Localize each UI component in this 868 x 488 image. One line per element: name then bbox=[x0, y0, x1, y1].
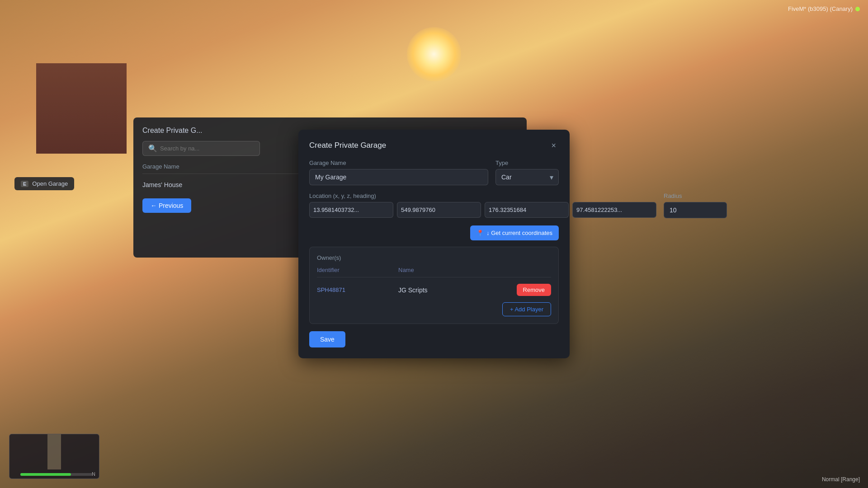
loc-x-input[interactable] bbox=[309, 202, 393, 218]
bg-search-input[interactable] bbox=[160, 145, 254, 152]
sun-glow bbox=[407, 27, 461, 81]
loc-z-input[interactable] bbox=[485, 202, 569, 218]
type-group: Type Car Boat Helicopter Plane bbox=[495, 160, 559, 185]
owners-section: Owner(s) Identifier Name SPH48871 JG Scr… bbox=[309, 247, 559, 324]
garage-name-label: Garage Name bbox=[309, 160, 488, 166]
get-coords-label: ↓ Get current coordinates bbox=[486, 230, 552, 236]
get-coords-row: 📍 ↓ Get current coordinates bbox=[309, 221, 559, 240]
type-select[interactable]: Car Boat Helicopter Plane bbox=[495, 169, 559, 185]
save-button[interactable]: Save bbox=[309, 331, 345, 347]
key-badge-e: E bbox=[21, 181, 28, 187]
garage-name-input[interactable] bbox=[309, 169, 488, 185]
bg-search-bar[interactable]: 🔍 bbox=[142, 141, 260, 156]
type-select-wrapper: Car Boat Helicopter Plane bbox=[495, 169, 559, 185]
version-text: FiveM* (b3095) (Canary) bbox=[788, 5, 853, 12]
modal-header: Create Private Garage × bbox=[309, 141, 559, 150]
type-label: Type bbox=[495, 160, 559, 166]
create-private-garage-modal: Create Private Garage × Garage Name Type… bbox=[298, 130, 570, 358]
name-type-row: Garage Name Type Car Boat Helicopter Pla… bbox=[309, 160, 559, 185]
online-indicator bbox=[855, 7, 860, 11]
get-coords-button[interactable]: 📍 ↓ Get current coordinates bbox=[470, 225, 559, 240]
bg-prev-button[interactable]: ← Previous bbox=[142, 198, 191, 213]
modal-close-button[interactable]: × bbox=[548, 141, 559, 150]
owner-row-1: SPH48871 JG Scripts Remove bbox=[317, 281, 551, 299]
location-group: Location (x, y, z, heading) bbox=[309, 192, 656, 218]
minimap-road bbox=[47, 434, 61, 469]
col-header-identifier: Identifier bbox=[317, 267, 398, 273]
location-label: Location (x, y, z, heading) bbox=[309, 192, 656, 199]
radius-group: Radius bbox=[664, 192, 727, 218]
modal-title: Create Private Garage bbox=[309, 141, 386, 150]
add-player-button[interactable]: + Add Player bbox=[502, 302, 551, 316]
open-garage-hint: E Open Garage bbox=[14, 177, 74, 190]
loc-y-input[interactable] bbox=[397, 202, 481, 218]
owners-table-header: Identifier Name bbox=[317, 267, 551, 277]
col-header-name: Name bbox=[398, 267, 551, 273]
location-icon: 📍 bbox=[476, 230, 484, 236]
radius-label: Radius bbox=[664, 192, 727, 199]
radius-input[interactable] bbox=[664, 202, 727, 218]
save-row: Save bbox=[309, 331, 559, 347]
health-bar-fill bbox=[20, 473, 71, 476]
open-garage-label: Open Garage bbox=[32, 180, 68, 187]
remove-owner-button[interactable]: Remove bbox=[517, 284, 551, 296]
add-player-row: + Add Player bbox=[317, 302, 551, 316]
garage-name-group: Garage Name bbox=[309, 160, 488, 185]
status-label: Normal [Range] bbox=[822, 476, 860, 483]
minimap: N bbox=[9, 434, 99, 479]
location-radius-row: Location (x, y, z, heading) Radius bbox=[309, 192, 559, 218]
app-version-label: FiveM* (b3095) (Canary) bbox=[788, 5, 860, 12]
owner-name: JG Scripts bbox=[398, 286, 517, 294]
health-bar bbox=[20, 473, 93, 476]
bg-building bbox=[36, 63, 127, 154]
location-inputs bbox=[309, 202, 656, 218]
owner-identifier: SPH48871 bbox=[317, 286, 398, 293]
owners-title: Owner(s) bbox=[317, 254, 551, 261]
loc-heading-input[interactable] bbox=[572, 202, 656, 218]
search-icon: 🔍 bbox=[148, 144, 157, 153]
